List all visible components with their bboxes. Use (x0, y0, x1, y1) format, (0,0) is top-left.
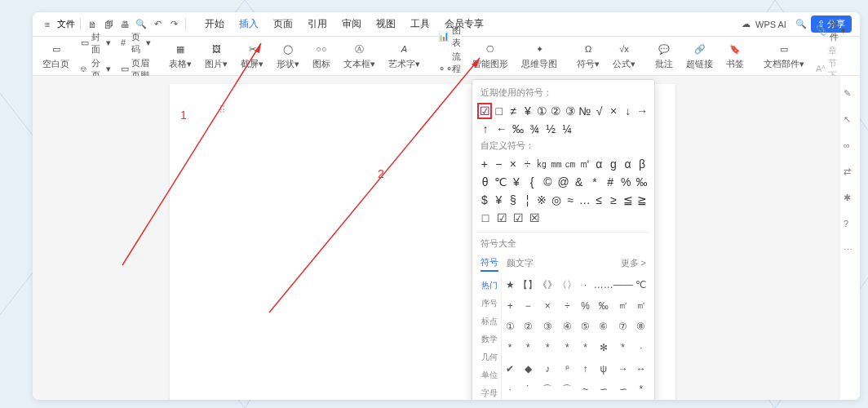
grid-symbol[interactable]: —— (613, 277, 633, 293)
more-icon[interactable]: ⋯ (844, 245, 857, 258)
symbol-category[interactable]: 单位 (477, 366, 501, 384)
recent-symbol[interactable]: ← (494, 121, 510, 137)
custom-symbol[interactable]: ㎡ (578, 156, 592, 172)
grid-symbol[interactable]: ✔ (502, 361, 518, 377)
grid-symbol[interactable]: * (577, 339, 593, 356)
custom-symbol[interactable]: § (506, 192, 520, 208)
cursor-icon[interactable]: ↖ (844, 114, 857, 127)
file-label[interactable]: 文件 (57, 18, 75, 30)
transfer-icon[interactable]: ⇄ (844, 166, 857, 180)
grid-symbol[interactable]: ★ (502, 277, 518, 293)
grid-symbol[interactable]: ∽ (594, 381, 613, 397)
more-link[interactable]: 更多 > (621, 257, 646, 269)
symbol-category[interactable]: 标点 (477, 313, 501, 330)
custom-symbol[interactable]: * (587, 174, 602, 190)
recent-symbol[interactable]: ≠ (507, 103, 521, 119)
grid-symbol[interactable]: + (502, 298, 518, 314)
tab-reference[interactable]: 引用 (306, 14, 329, 34)
grid-symbol[interactable]: ② (518, 318, 538, 335)
custom-symbol[interactable]: α (621, 156, 636, 172)
grid-symbol[interactable]: ⑦ (613, 318, 633, 335)
grid-symbol[interactable]: * (518, 339, 538, 356)
tab-home[interactable]: 开始 (203, 14, 226, 34)
custom-symbol[interactable]: ㎜ (549, 156, 564, 172)
custom-symbol[interactable]: ☑ (510, 210, 526, 226)
recent-symbol[interactable]: ¥ (520, 103, 535, 119)
grid-symbol[interactable]: · (633, 339, 649, 356)
grid-symbol[interactable]: ℃ (633, 277, 649, 293)
attachment-button[interactable]: 📎附件▾ (816, 19, 846, 43)
custom-symbol[interactable]: β (635, 156, 649, 172)
custom-symbol[interactable]: ℃ (493, 174, 508, 190)
grid-symbol[interactable]: · (502, 381, 518, 397)
custom-symbol[interactable]: ☒ (526, 210, 542, 226)
print-icon[interactable]: 🗐 (102, 18, 115, 31)
subtab-kaomoji[interactable]: 颜文字 (507, 255, 534, 271)
custom-symbol[interactable]: ‰ (634, 174, 649, 190)
recent-symbol[interactable]: √ (592, 103, 607, 119)
settings-icon[interactable]: ✱ (844, 193, 857, 206)
print2-icon[interactable]: 🖶 (118, 18, 131, 31)
symbol-button[interactable]: Ω符号▾ (574, 42, 603, 70)
custom-symbol[interactable]: # (603, 174, 618, 190)
grid-symbol[interactable]: · (577, 277, 593, 293)
grid-symbol[interactable]: …… (594, 277, 613, 293)
grid-symbol[interactable]: → (613, 361, 633, 377)
custom-symbol[interactable]: α (592, 156, 607, 172)
link-tool-icon[interactable]: ∞ (844, 140, 857, 153)
undo-icon[interactable]: ↶ (151, 18, 164, 31)
grid-symbol[interactable]: * (502, 339, 518, 356)
custom-symbol[interactable]: $ (477, 192, 492, 208)
grid-symbol[interactable]: * (538, 339, 557, 356)
custom-symbol[interactable]: … (578, 192, 592, 208)
grid-symbol[interactable]: ⌒ (557, 381, 577, 397)
menu-icon[interactable]: ≡ (41, 18, 54, 31)
custom-symbol[interactable]: % (618, 174, 634, 190)
grid-symbol[interactable]: ψ (594, 361, 613, 377)
custom-symbol[interactable]: ≈ (563, 192, 578, 208)
grid-symbol[interactable]: ⑥ (594, 318, 613, 335)
custom-symbol[interactable]: { (525, 174, 540, 190)
custom-symbol[interactable]: × (506, 156, 520, 172)
custom-symbol[interactable]: ¦ (520, 192, 535, 208)
symbol-category[interactable]: 序号 (477, 295, 501, 313)
custom-symbol[interactable]: ㎏ (534, 156, 549, 172)
recent-symbol[interactable]: × (606, 103, 621, 119)
hyperlink-button[interactable]: 🔗超链接 (683, 42, 716, 70)
search-icon[interactable]: 🔍 (795, 18, 808, 31)
custom-symbol[interactable]: ≥ (606, 192, 621, 208)
recent-symbol[interactable]: ③ (564, 103, 578, 119)
custom-symbol[interactable]: & (571, 174, 587, 190)
recent-symbol[interactable]: → (636, 103, 650, 119)
recent-symbol[interactable]: ¾ (526, 121, 542, 137)
save-icon[interactable]: 🗎 (86, 18, 99, 31)
help-icon[interactable]: ? (844, 219, 857, 232)
recent-symbol[interactable]: ② (549, 103, 564, 119)
custom-symbol[interactable]: ¥ (508, 174, 524, 190)
custom-symbol[interactable]: ☑ (494, 210, 510, 226)
subtab-symbols[interactable]: 符号 (480, 255, 498, 272)
mindmap-button[interactable]: ✦思维导图 (518, 42, 560, 70)
custom-symbol[interactable]: ㎝ (563, 156, 578, 172)
recent-symbol[interactable]: ¼ (559, 121, 575, 137)
grid-symbol[interactable]: ⑤ (577, 318, 593, 335)
grid-symbol[interactable]: * (557, 339, 577, 356)
grid-symbol[interactable]: ⑧ (633, 318, 649, 335)
recent-symbol[interactable]: ① (535, 103, 550, 119)
custom-symbol[interactable]: θ (477, 174, 493, 190)
custom-symbol[interactable]: ※ (534, 192, 549, 208)
tab-review[interactable]: 审阅 (340, 14, 363, 34)
equation-button[interactable]: √x公式▾ (609, 42, 639, 70)
custom-symbol[interactable]: ≤ (592, 192, 607, 208)
custom-symbol[interactable]: ≧ (635, 192, 649, 208)
grid-symbol[interactable]: ᵖ (557, 361, 577, 377)
symbol-category[interactable]: 字母 (477, 384, 501, 400)
recent-symbol[interactable]: ↑ (477, 121, 494, 137)
grid-symbol[interactable]: ↔ (633, 361, 649, 377)
grid-symbol[interactable]: ~ (577, 381, 593, 397)
custom-symbol[interactable]: + (477, 156, 492, 172)
custom-symbol[interactable]: □ (477, 210, 494, 226)
tab-insert[interactable]: 插入 (237, 14, 260, 34)
custom-symbol[interactable]: ÷ (520, 156, 535, 172)
grid-symbol[interactable]: ÷ (557, 298, 577, 314)
